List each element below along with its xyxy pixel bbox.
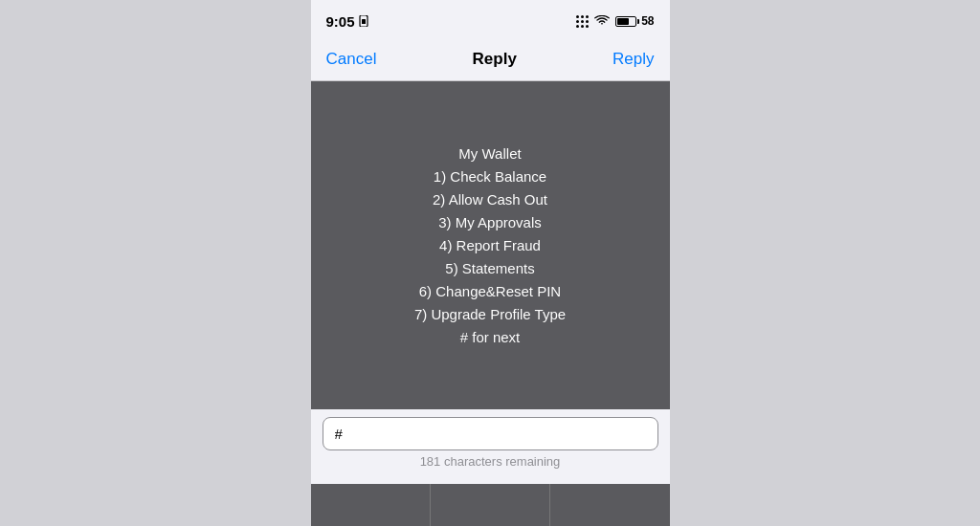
nav-bar: Cancel Reply Reply [311, 42, 670, 81]
message-line: 2) Allow Cash Out [414, 188, 566, 211]
message-line: 5) Statements [414, 257, 566, 280]
reply-input-wrapper [323, 417, 658, 450]
message-line: 7) Upgrade Profile Type [414, 303, 566, 326]
keyboard-bar [311, 484, 670, 526]
message-area: My Wallet1) Check Balance2) Allow Cash O… [311, 81, 670, 409]
reply-input[interactable] [335, 426, 646, 442]
message-line: 4) Report Fraud [414, 234, 566, 257]
message-line: 1) Check Balance [414, 165, 566, 188]
nav-title: Reply [473, 50, 517, 69]
sim-icon [359, 15, 368, 27]
phone-container: 9:05 [311, 0, 670, 526]
reply-button[interactable]: Reply [612, 50, 654, 69]
message-line: 3) My Approvals [414, 211, 566, 234]
message-line: 6) Change&Reset PIN [414, 280, 566, 303]
keyboard-section-right [550, 484, 669, 526]
cancel-button[interactable]: Cancel [326, 50, 377, 69]
message-content: My Wallet1) Check Balance2) Allow Cash O… [414, 142, 566, 349]
keyboard-section-left [311, 484, 431, 526]
battery-level: 58 [641, 14, 654, 28]
char-count: 181 characters remaining [323, 450, 658, 476]
time-display: 9:05 [326, 13, 355, 30]
wifi-icon [594, 15, 610, 27]
message-line: # for next [414, 326, 566, 349]
status-bar: 9:05 [311, 0, 670, 42]
status-time: 9:05 [326, 13, 368, 30]
message-line: My Wallet [414, 142, 566, 165]
reply-input-area: 181 characters remaining [311, 409, 670, 484]
cellular-icon [576, 15, 589, 28]
status-icons: 58 [576, 14, 654, 28]
keyboard-section-middle [431, 484, 550, 526]
svg-rect-1 [362, 19, 366, 24]
battery-icon: 58 [615, 14, 654, 28]
